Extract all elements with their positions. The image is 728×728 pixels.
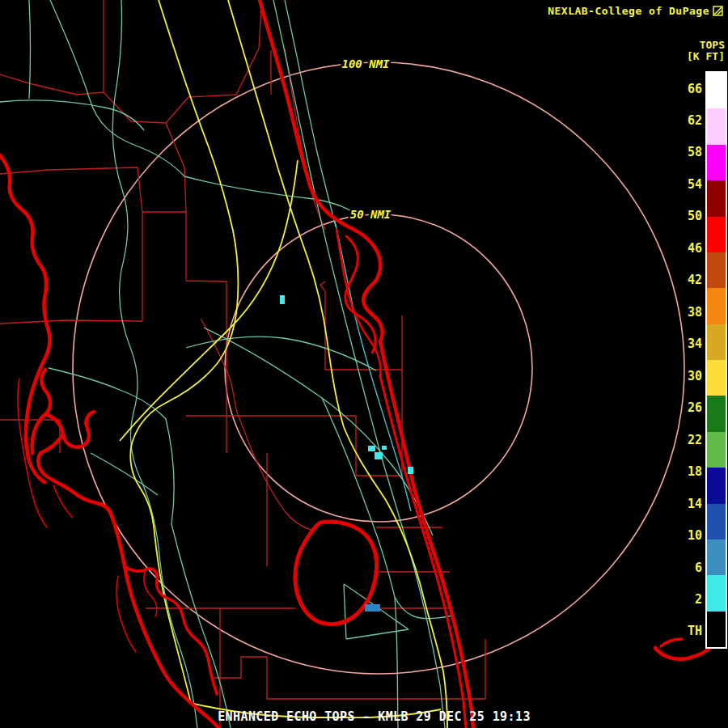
coastlines-layer bbox=[0, 0, 712, 728]
legend-value-label: 54 bbox=[668, 177, 702, 193]
legend-value-label: 10 bbox=[668, 528, 702, 544]
colorbar-band bbox=[707, 360, 726, 396]
legend-value-label: 50 bbox=[668, 209, 702, 224]
colorbar-band bbox=[707, 145, 726, 180]
colorbar-band bbox=[707, 288, 726, 324]
colorbar-band bbox=[707, 217, 726, 252]
colorbar-band bbox=[707, 612, 726, 647]
interstates-layer bbox=[120, 0, 447, 728]
radar-map: 100 NMI 50 NMI bbox=[0, 0, 728, 728]
legend-value-label: 38 bbox=[668, 305, 702, 320]
legend-value-label: TH bbox=[668, 624, 702, 639]
legend-value-label: 6 bbox=[668, 561, 702, 576]
radar-screen: 100 NMI 50 NMI NEXLAB-College of DuPage … bbox=[0, 0, 728, 728]
legend-value-label: 62 bbox=[668, 113, 702, 129]
legend-value-label: 34 bbox=[668, 336, 702, 352]
legend-value-label: 2 bbox=[668, 592, 702, 607]
attribution-text: NEXLAB-College of DuPage bbox=[548, 5, 709, 17]
cod-logo-icon bbox=[713, 6, 723, 16]
echo-pixels-mid bbox=[365, 604, 380, 612]
legend-value-label: 46 bbox=[668, 241, 702, 256]
legend-units: [K FT] bbox=[687, 50, 725, 62]
colorbar-band bbox=[707, 73, 726, 108]
ring-label-50nmi: 50 NMI bbox=[350, 208, 392, 221]
attribution: NEXLAB-College of DuPage bbox=[548, 5, 723, 17]
colorbar bbox=[705, 71, 727, 649]
colorbar-band bbox=[707, 504, 726, 540]
colorbar-band bbox=[707, 575, 726, 611]
colorbar-band bbox=[707, 396, 726, 431]
legend-value-label: 66 bbox=[668, 82, 702, 97]
colorbar-band bbox=[707, 540, 726, 575]
range-ring-labels: 100 NMI 50 NMI bbox=[341, 57, 391, 221]
range-ring-100nmi bbox=[73, 62, 684, 674]
legend-value-label: 58 bbox=[668, 145, 702, 160]
range-rings bbox=[73, 62, 684, 674]
legend-value-label: 42 bbox=[668, 273, 702, 288]
legend-value-label: 26 bbox=[668, 400, 702, 416]
legend-value-label: 22 bbox=[668, 433, 702, 448]
legend-title: TOPS bbox=[700, 39, 725, 51]
colorbar-band bbox=[707, 180, 726, 216]
colorbar-band bbox=[707, 252, 726, 288]
colorbar-band bbox=[707, 324, 726, 360]
waterway-layer bbox=[334, 217, 411, 511]
colorbar-band bbox=[707, 108, 726, 144]
ring-label-100nmi: 100 NMI bbox=[341, 57, 390, 70]
product-title: ENHANCED ECHO TOPS - KMLB 29 DEC 25 19:1… bbox=[20, 709, 728, 724]
legend-value-label: 14 bbox=[668, 497, 702, 512]
colorbar-band bbox=[707, 432, 726, 468]
legend-value-label: 30 bbox=[668, 369, 702, 384]
colorbar-band bbox=[707, 468, 726, 503]
legend-value-label: 18 bbox=[668, 464, 702, 480]
bahamas-coastline bbox=[655, 639, 712, 659]
